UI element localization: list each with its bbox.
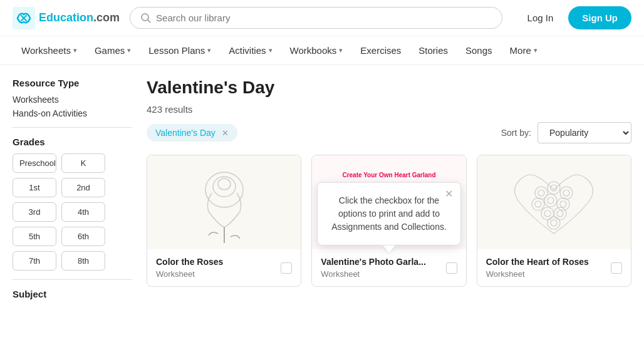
logo-text: Education.com [39, 11, 120, 24]
chevron-down-icon: ▾ [127, 46, 131, 54]
main-content: Resource Type Worksheets Hands-on Activi… [0, 65, 644, 312]
card-title-3: Color the Heart of Roses [486, 257, 611, 267]
tooltip-arrow-icon [383, 245, 395, 252]
results-count: 423 results [147, 104, 631, 115]
svg-text:Create Your Own Heart Garland: Create Your Own Heart Garland [342, 172, 435, 178]
nav-item-lesson-plans[interactable]: Lesson Plans ▾ [140, 36, 220, 65]
grade-grid: Preschool K 1st 2nd 3rd 4th 5th 6th 7th … [13, 153, 132, 271]
nav-item-worksheets[interactable]: Worksheets ▾ [13, 36, 86, 65]
grade-1st[interactable]: 1st [13, 178, 56, 197]
chevron-down-icon: ▾ [534, 46, 538, 54]
grade-4th[interactable]: 4th [61, 202, 105, 222]
nav-item-stories[interactable]: Stories [410, 36, 457, 65]
card-type-3: Worksheet [486, 269, 611, 279]
sort-area: Sort by: Popularity [501, 122, 631, 143]
card-image-1 [147, 155, 301, 249]
card-body-3: Color the Heart of Roses Worksheet [477, 249, 631, 286]
grade-7th[interactable]: 7th [13, 251, 56, 271]
card-body-1: Color the Roses Worksheet [147, 249, 301, 286]
grade-3rd[interactable]: 3rd [13, 202, 56, 222]
content-section: Valentine's Day 423 results Valentine's … [147, 78, 631, 299]
nav-item-more[interactable]: More ▾ [501, 36, 546, 65]
grade-6th[interactable]: 6th [61, 227, 105, 246]
tooltip-close-button[interactable]: ✕ [445, 187, 453, 199]
chevron-down-icon: ▾ [269, 46, 273, 54]
card-checkbox-2[interactable] [446, 262, 457, 274]
sidebar-link-worksheets[interactable]: Worksheets [13, 95, 132, 105]
grade-2nd[interactable]: 2nd [61, 178, 105, 197]
sidebar-divider-2 [13, 279, 132, 280]
rose-thumbnail-1 [168, 155, 281, 249]
card-type-1: Worksheet [156, 269, 281, 279]
header-actions: Log In Sign Up [520, 6, 631, 29]
card-valentines-garland: Create Your Own Heart Garland [311, 155, 466, 287]
tooltip-container: ✕ Click the checkbox for the options to … [317, 182, 461, 252]
card-title-2: Valentine's Photo Garla... [321, 257, 445, 267]
main-nav: Worksheets ▾ Games ▾ Lesson Plans ▾ Acti… [0, 36, 644, 65]
search-input[interactable] [156, 13, 492, 23]
card-title-1: Color the Roses [156, 257, 281, 267]
header: Education.com Log In Sign Up [0, 0, 644, 36]
nav-item-games[interactable]: Games ▾ [86, 36, 140, 65]
logo[interactable]: Education.com [13, 7, 120, 29]
grade-k[interactable]: K [61, 153, 105, 173]
sidebar-divider [13, 127, 132, 128]
card-heart-roses: Color the Heart of Roses Worksheet [477, 155, 631, 287]
grade-5th[interactable]: 5th [13, 227, 56, 246]
card-info-1: Color the Roses Worksheet [156, 257, 281, 279]
card-image-3 [477, 155, 631, 249]
grade-preschool[interactable]: Preschool [13, 153, 56, 173]
sidebar-link-hands-on[interactable]: Hands-on Activities [13, 108, 132, 118]
grades-heading: Grades [13, 137, 132, 147]
search-bar[interactable] [130, 7, 502, 29]
logo-icon [13, 7, 35, 29]
subject-heading: Subject [13, 289, 132, 299]
chevron-down-icon: ▾ [73, 46, 77, 54]
active-filter-valentines[interactable]: Valentine's Day ✕ [147, 124, 237, 142]
card-info-3: Color the Heart of Roses Worksheet [486, 257, 611, 279]
nav-item-songs[interactable]: Songs [457, 36, 501, 65]
nav-item-workbooks[interactable]: Workbooks ▾ [281, 36, 352, 65]
tooltip-text: Click the checkbox for the options to pr… [331, 195, 447, 231]
card-type-2: Worksheet [321, 269, 445, 279]
nav-item-exercises[interactable]: Exercises [351, 36, 410, 65]
search-icon [140, 13, 151, 23]
card-checkbox-3[interactable] [611, 262, 622, 274]
remove-filter-icon[interactable]: ✕ [222, 128, 229, 138]
filter-row: Valentine's Day ✕ Sort by: Popularity [147, 122, 631, 143]
page-title: Valentine's Day [147, 78, 631, 98]
chevron-down-icon: ▾ [207, 46, 211, 54]
sort-select[interactable]: Popularity [538, 122, 631, 143]
grade-8th[interactable]: 8th [61, 251, 105, 271]
nav-item-activities[interactable]: Activities ▾ [220, 36, 281, 65]
card-info-2: Valentine's Photo Garla... Worksheet [321, 257, 445, 279]
login-button[interactable]: Log In [520, 8, 561, 28]
resource-type-heading: Resource Type [13, 78, 132, 88]
svg-rect-9 [497, 155, 610, 249]
signup-button[interactable]: Sign Up [568, 6, 631, 29]
heart-roses-thumbnail [497, 155, 610, 249]
sidebar: Resource Type Worksheets Hands-on Activi… [13, 78, 132, 299]
card-checkbox-1[interactable] [281, 262, 292, 274]
tooltip-box: ✕ Click the checkbox for the options to … [317, 182, 461, 245]
chevron-down-icon: ▾ [339, 46, 343, 54]
filter-label: Valentine's Day [155, 128, 216, 138]
svg-line-2 [148, 20, 150, 23]
cards-grid: Color the Roses Worksheet Create Your Ow… [147, 155, 631, 287]
card-body-2: Valentine's Photo Garla... Worksheet [312, 249, 465, 286]
sort-label: Sort by: [501, 128, 531, 138]
card-color-roses: Color the Roses Worksheet [147, 155, 301, 287]
